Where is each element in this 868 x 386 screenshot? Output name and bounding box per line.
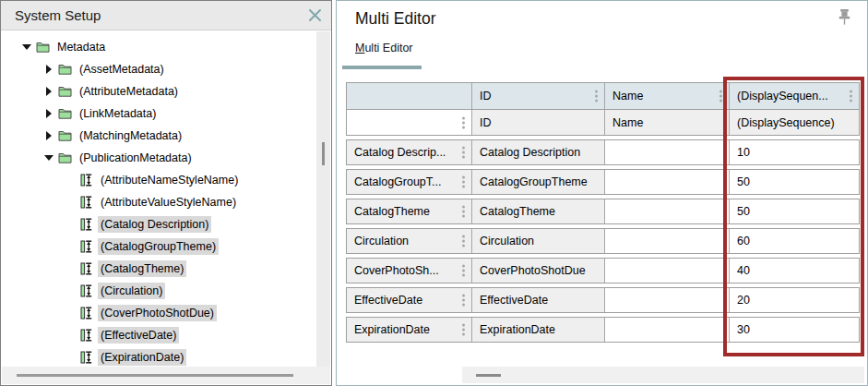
column-header-id[interactable]: ID (472, 83, 605, 109)
table-row: Catalog Descrip... Catalog Description 1… (346, 139, 860, 165)
scrollbar-thumb[interactable] (17, 374, 293, 377)
cell-display-sequence[interactable]: 20 (730, 288, 859, 312)
horizontal-scrollbar[interactable] (2, 367, 330, 384)
tree-item-label: Metadata (54, 39, 108, 55)
cell-name[interactable] (605, 170, 730, 194)
row-header-cell[interactable]: Circulation (347, 229, 472, 253)
folder-icon (58, 107, 72, 120)
cell-id[interactable]: ExpirationDate (472, 318, 605, 342)
attribute-icon (79, 351, 93, 364)
table-row: ExpirationDate ExpirationDate 30 (346, 317, 860, 343)
tree-item-catalog-theme[interactable]: (CatalogTheme) (2, 258, 315, 280)
tree-item-label: (AttributeMetadata) (77, 83, 181, 100)
horizontal-scrollbar[interactable] (462, 367, 864, 383)
tree-item-circulation[interactable]: (Circulation) (2, 280, 315, 302)
row-header-cell[interactable] (347, 110, 472, 135)
tree-item-publication-metadata[interactable]: (PublicationMetadata) (2, 147, 315, 169)
row-header-cell[interactable]: EffectiveDate (347, 288, 472, 312)
row-header-cell[interactable]: CatalogGroupT... (347, 170, 472, 194)
cell-id[interactable]: CoverPhotoShotDue (472, 259, 605, 283)
column-header-rowheader[interactable] (347, 83, 472, 109)
attribute-cell-name[interactable]: Name (605, 110, 730, 135)
cell-name[interactable] (605, 140, 730, 164)
row-header-cell[interactable]: CoverPhotoSh... (347, 259, 472, 283)
pin-icon (838, 8, 851, 29)
tree-item-metadata[interactable]: Metadata (2, 36, 315, 58)
row-menu-icon[interactable] (462, 116, 465, 128)
cell-name[interactable] (605, 259, 730, 283)
cell-id[interactable]: Catalog Description (472, 140, 605, 164)
row-menu-icon[interactable] (462, 265, 465, 277)
tree-item-attribute-value-style-name[interactable]: (AttributeValueStyleName) (2, 191, 315, 213)
tree-item-attribute-metadata[interactable]: (AttributeMetadata) (2, 80, 315, 103)
tree-item-matching-metadata[interactable]: (MatchingMetadata) (2, 125, 315, 147)
cell-id[interactable]: Circulation (472, 229, 605, 253)
cell-id[interactable]: CatalogGroupTheme (472, 170, 605, 194)
grid-attribute-row: ID Name (DisplaySequence) (346, 109, 860, 136)
cell-name[interactable] (605, 199, 730, 223)
chevron-right-icon[interactable] (43, 65, 54, 75)
folder-icon (58, 85, 72, 98)
column-header-name[interactable]: Name (605, 83, 730, 109)
row-menu-icon[interactable] (462, 295, 465, 307)
attribute-icon (79, 196, 93, 209)
column-header-label: (DisplaySequen... (737, 90, 828, 103)
attribute-cell-display-sequence[interactable]: (DisplaySequence) (730, 110, 859, 135)
cell-name[interactable] (605, 288, 730, 312)
row-header-cell[interactable]: ExpirationDate (347, 318, 472, 342)
cell-id[interactable]: EffectiveDate (472, 288, 605, 312)
cell-display-sequence[interactable]: 60 (730, 229, 859, 253)
cell-display-sequence[interactable]: 30 (730, 318, 859, 342)
tree-item-asset-metadata[interactable]: (AssetMetadata) (2, 58, 315, 80)
row-menu-icon[interactable] (462, 324, 465, 336)
active-tab-indicator (342, 66, 422, 69)
tree-item-catalog-group-theme[interactable]: (CatalogGroupTheme) (2, 235, 315, 258)
row-menu-icon[interactable] (462, 147, 465, 159)
chevron-right-icon[interactable] (43, 109, 54, 119)
column-header-display-sequence[interactable]: (DisplaySequen... (730, 83, 859, 109)
scrollbar-thumb[interactable] (476, 374, 501, 377)
folder-icon (58, 63, 72, 76)
attribute-icon (79, 329, 93, 342)
tree-item-catalog-description[interactable]: (Catalog Description) (2, 213, 315, 235)
chevron-right-icon[interactable] (43, 87, 54, 97)
chevron-down-icon[interactable] (43, 153, 54, 163)
column-menu-icon[interactable] (595, 90, 598, 103)
row-header-label: EffectiveDate (354, 294, 422, 307)
tab-multi-editor[interactable]: Multi Editor (355, 42, 413, 54)
cell-display-sequence[interactable]: 50 (730, 170, 859, 194)
tree-item-label: (CoverPhotoShotDue) (98, 305, 217, 321)
grid-header-row: ID Name (DisplaySequen... (346, 82, 860, 110)
cell-id[interactable]: CatalogTheme (472, 199, 605, 223)
tree-item-label: (CatalogGroupTheme) (98, 238, 219, 255)
row-menu-icon[interactable] (462, 176, 465, 188)
vertical-scrollbar[interactable] (316, 31, 330, 367)
scrollbar-thumb[interactable] (322, 142, 325, 165)
attribute-cell-id[interactable]: ID (472, 110, 605, 135)
tree-item-expiration-date[interactable]: (ExpirationDate) (2, 346, 315, 366)
close-button[interactable] (306, 7, 323, 24)
row-header-cell[interactable]: Catalog Descrip... (347, 140, 472, 164)
row-menu-icon[interactable] (462, 206, 465, 218)
cell-display-sequence[interactable]: 10 (730, 140, 859, 164)
attribute-icon (79, 174, 93, 187)
cell-name[interactable] (605, 318, 730, 342)
column-menu-icon[interactable] (719, 90, 722, 103)
app-window: System Setup Metadata (AssetMetadata) (0, 0, 868, 386)
cell-display-sequence[interactable]: 50 (730, 199, 859, 223)
chevron-down-icon[interactable] (21, 42, 31, 53)
attribute-icon (79, 218, 93, 231)
column-menu-icon[interactable] (850, 90, 852, 103)
tree-item-attribute-name-style-name[interactable]: (AttributeNameStyleName) (2, 169, 315, 191)
tree-item-effective-date[interactable]: (EffectiveDate) (2, 324, 315, 346)
row-header-cell[interactable]: CatalogTheme (347, 199, 472, 223)
attribute-icon (79, 284, 93, 297)
row-menu-icon[interactable] (462, 235, 465, 247)
tree-item-label: (EffectiveDate) (98, 327, 179, 344)
cell-name[interactable] (605, 229, 730, 253)
pin-button[interactable] (838, 8, 851, 29)
tree-item-cover-photo-shot-due[interactable]: (CoverPhotoShotDue) (2, 302, 315, 324)
tree-item-link-metadata[interactable]: (LinkMetadata) (2, 103, 315, 125)
cell-display-sequence[interactable]: 40 (730, 259, 859, 283)
chevron-right-icon[interactable] (43, 131, 54, 141)
